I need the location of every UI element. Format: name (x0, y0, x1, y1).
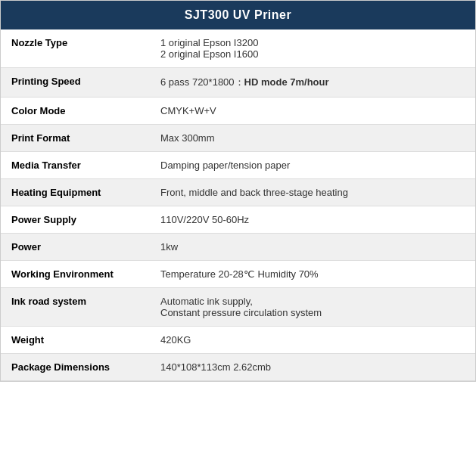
table-row: Power1kw (1, 234, 475, 261)
spec-value: 420KG (150, 327, 475, 354)
spec-label: Print Format (1, 125, 150, 152)
table-header: SJT300 UV Priner (1, 1, 475, 29)
spec-label: Media Transfer (1, 152, 150, 179)
product-title: SJT300 UV Priner (185, 8, 291, 21)
table-row: Nozzle Type1 original Epson I32002 origi… (1, 29, 475, 68)
spec-label: Nozzle Type (1, 29, 150, 68)
spec-label: Printing Speed (1, 68, 150, 98)
spec-value: 1kw (150, 234, 475, 261)
spec-value: 140*108*113cm 2.62cmb (150, 354, 475, 381)
spec-label: Power (1, 234, 150, 261)
spec-value: 1 original Epson I32002 original Epson I… (150, 29, 475, 68)
table-row: Media TransferDamping paper/tension pape… (1, 152, 475, 179)
table-row: Printing Speed6 pass 720*1800：HD mode 7m… (1, 68, 475, 98)
table-row: Ink road systemAutomatic ink supply,Cons… (1, 288, 475, 327)
spec-value: Automatic ink supply,Constant pressure c… (150, 288, 475, 327)
spec-value: CMYK+W+V (150, 98, 475, 125)
spec-value: 6 pass 720*1800：HD mode 7m/hour (150, 68, 475, 98)
table-row: Package Dimensions140*108*113cm 2.62cmb (1, 354, 475, 381)
table-row: Working EnvironmentTemperature 20-28℃ Hu… (1, 261, 475, 288)
table-row: Print FormatMax 300mm (1, 125, 475, 152)
spec-label: Weight (1, 327, 150, 354)
table-row: Power Supply110V/220V 50-60Hz (1, 206, 475, 234)
spec-value: Max 300mm (150, 125, 475, 152)
spec-value: Temperature 20-28℃ Humidity 70% (150, 261, 475, 288)
spec-label: Heating Equipment (1, 179, 150, 206)
table-row: Color ModeCMYK+W+V (1, 98, 475, 125)
spec-label: Ink road system (1, 288, 150, 327)
spec-value-bold: HD mode 7m/hour (244, 76, 329, 88)
spec-value: Front, middle and back three-stage heati… (150, 179, 475, 206)
spec-label: Color Mode (1, 98, 150, 125)
spec-value-normal: 6 pass 720*1800： (160, 76, 244, 88)
spec-label: Package Dimensions (1, 354, 150, 381)
spec-value: 110V/220V 50-60Hz (150, 206, 475, 234)
table-row: Weight420KG (1, 327, 475, 354)
spec-label: Power Supply (1, 206, 150, 234)
table-row: Heating EquipmentFront, middle and back … (1, 179, 475, 206)
spec-label: Working Environment (1, 261, 150, 288)
spec-value: Damping paper/tension paper (150, 152, 475, 179)
product-spec-table: SJT300 UV Priner Nozzle Type1 original E… (0, 0, 476, 382)
